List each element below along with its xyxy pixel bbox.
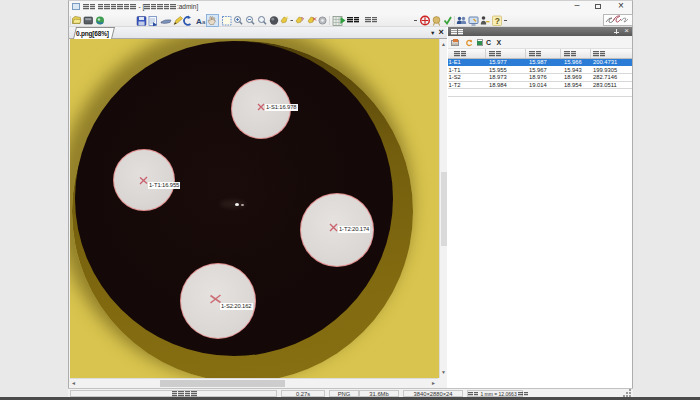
svg-text:?: ?	[495, 16, 500, 26]
svg-text:a: a	[202, 19, 206, 25]
